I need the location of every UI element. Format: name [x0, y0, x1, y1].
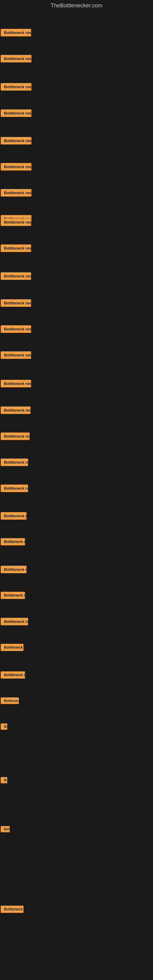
bottleneck-badge[interactable]: Bottleneck result [1, 592, 25, 599]
bottleneck-badge[interactable]: Bottleneck result [1, 826, 10, 832]
bottleneck-badge[interactable]: Bottleneck result [1, 618, 28, 625]
bottleneck-badge[interactable]: Bottleneck result [1, 566, 27, 573]
bottleneck-badge[interactable]: Bottleneck result [1, 189, 32, 197]
bottleneck-row: Bottleneck result [1, 351, 31, 360]
bottleneck-row: Bottleneck result [1, 189, 32, 198]
bottleneck-badge[interactable]: Bottleneck result [1, 538, 25, 546]
bottleneck-row: Bottleneck result [1, 723, 7, 731]
bottleneck-row: Bottleneck result [1, 697, 19, 705]
bottleneck-badge[interactable]: Bottleneck result [1, 671, 25, 679]
bottleneck-badge[interactable]: Bottleneck result [1, 380, 31, 387]
bottleneck-row: Bottleneck result [1, 538, 25, 547]
bottleneck-badge[interactable]: Bottleneck result [1, 29, 31, 37]
bottleneck-badge[interactable]: Bottleneck result [1, 109, 32, 117]
bottleneck-row: Bottleneck result [1, 109, 32, 118]
bottleneck-row: Bottleneck result [1, 592, 25, 600]
bottleneck-row: Bottleneck result [1, 618, 28, 627]
bottleneck-badge[interactable]: Bottleneck result [1, 433, 30, 440]
bottleneck-row: Bottleneck result [1, 325, 31, 334]
bottleneck-badge[interactable]: Bottleneck result [1, 512, 27, 520]
bottleneck-badge[interactable]: Bottleneck result [1, 55, 32, 62]
bottleneck-badge[interactable]: Bottleneck result [1, 777, 7, 783]
bottleneck-row: Bottleneck result [1, 671, 25, 680]
bottleneck-badge[interactable]: Bottleneck result [1, 406, 30, 414]
bottleneck-badge[interactable]: Bottleneck result [1, 485, 28, 492]
bottleneck-row: Bottleneck result [1, 83, 32, 92]
bottleneck-badge[interactable]: Bottleneck result [1, 351, 31, 359]
bottleneck-row: Bottleneck result [1, 244, 31, 253]
bottleneck-row: Bottleneck result [1, 566, 27, 574]
bottleneck-badge[interactable]: Bottleneck result [1, 137, 32, 145]
bottleneck-row: Bottleneck result [1, 905, 24, 914]
bottleneck-row: Bottleneck result [1, 29, 31, 38]
bottleneck-row: Bottleneck result [1, 218, 31, 227]
bottleneck-row: Bottleneck result [1, 380, 31, 389]
bottleneck-row: Bottleneck result [1, 299, 31, 308]
bottleneck-badge[interactable]: Bottleneck result [1, 325, 31, 333]
site-title: TheBottlenecker.com [0, 0, 153, 11]
bottleneck-badge[interactable]: Bottleneck result [1, 723, 7, 730]
bottleneck-row: Bottleneck result [1, 163, 32, 172]
bottleneck-row: Bottleneck result [1, 777, 7, 784]
bottleneck-badge[interactable]: Bottleneck result [1, 244, 31, 252]
bottleneck-badge[interactable]: Bottleneck result [1, 83, 32, 91]
bottleneck-badge[interactable]: Bottleneck result [1, 905, 24, 913]
bottleneck-row: Bottleneck result [1, 55, 32, 64]
bottleneck-badge[interactable]: Bottleneck result [1, 299, 31, 307]
bottleneck-badge[interactable]: Bottleneck result [1, 272, 31, 280]
bottleneck-row: Bottleneck result [1, 512, 27, 521]
bottleneck-badge[interactable]: Bottleneck result [1, 644, 24, 651]
bottleneck-row: Bottleneck result [1, 644, 24, 652]
bottleneck-row: Bottleneck result [1, 137, 32, 146]
bottleneck-badge[interactable]: Bottleneck result [1, 218, 31, 226]
bottleneck-badge[interactable]: Bottleneck result [1, 458, 28, 466]
bottleneck-row: Bottleneck result [1, 406, 30, 415]
bottleneck-badge[interactable]: Bottleneck result [1, 697, 19, 704]
bottleneck-badge[interactable]: Bottleneck result [1, 163, 32, 170]
bottleneck-row: Bottleneck result [1, 458, 28, 467]
bottleneck-row: Bottleneck result [1, 826, 10, 834]
bottleneck-row: Bottleneck result [1, 433, 30, 441]
bottleneck-row: Bottleneck result [1, 272, 31, 281]
bottleneck-row: Bottleneck result [1, 485, 28, 493]
